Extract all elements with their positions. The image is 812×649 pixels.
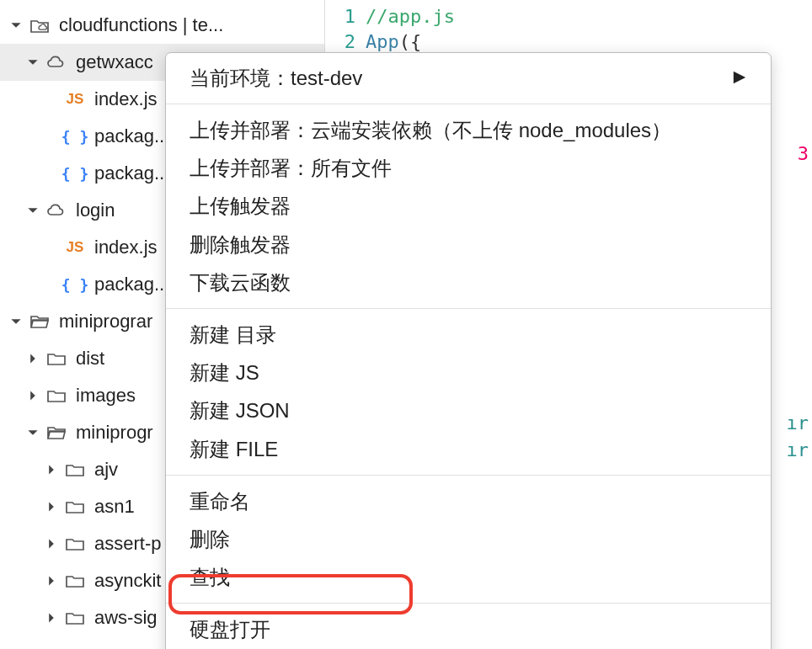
chevron-right-icon (44, 575, 59, 587)
menu-item-new-file[interactable]: 新建 FILE (166, 430, 771, 468)
json-file-icon: { } (62, 128, 88, 146)
folder-icon (62, 535, 88, 552)
folder-icon (44, 387, 69, 404)
code-line-2: 2 App({ (325, 29, 812, 54)
chevron-right-icon (44, 538, 59, 550)
menu-item-delete[interactable]: 删除 (166, 520, 771, 558)
tree-label: miniprograr (59, 311, 152, 332)
folder-icon (62, 498, 88, 515)
tree-label: asynckit (94, 570, 161, 592)
code-comment: //app.js (366, 6, 455, 27)
tree-label: login (76, 199, 115, 221)
cloud-folder-icon (27, 17, 52, 34)
tree-label: index.js (94, 88, 158, 110)
menu-item-delete-trigger[interactable]: 删除触发器 (166, 226, 771, 263)
menu-item-download-function[interactable]: 下载云函数 (166, 263, 771, 301)
menu-item-new-dir[interactable]: 新建 目录 (166, 316, 771, 354)
folder-icon (62, 461, 88, 478)
cloud-icon (44, 202, 69, 219)
folder-icon (62, 609, 88, 626)
tree-label: packag... (94, 162, 169, 184)
stray-char: ır (787, 439, 809, 460)
menu-item-new-json[interactable]: 新建 JSON (166, 391, 771, 429)
line-number: 2 (325, 31, 366, 52)
json-file-icon: { } (62, 165, 88, 183)
tree-label: aws-sig (94, 607, 158, 629)
menu-environment-header[interactable]: 当前环境：test-dev (166, 53, 771, 104)
menu-item-find[interactable]: 查找 (166, 558, 771, 596)
menu-item-upload-all[interactable]: 上传并部署：所有文件 (166, 149, 771, 187)
js-file-icon: JS (62, 239, 88, 256)
tree-label: dist (76, 348, 104, 370)
menu-section-edit: 重命名 删除 查找 (166, 476, 771, 604)
json-file-icon: { } (62, 276, 88, 294)
chevron-down-icon (8, 316, 24, 327)
js-file-icon: JS (62, 91, 88, 108)
context-menu: 当前环境：test-dev 上传并部署：云端安装依赖（不上传 node_modu… (165, 52, 772, 649)
chevron-right-icon (25, 353, 40, 364)
stray-char: ır (787, 412, 809, 434)
play-icon (732, 66, 747, 90)
menu-environment-label: 当前环境：test-dev (190, 65, 362, 92)
chevron-down-icon (25, 427, 40, 439)
tree-label: packag... (94, 125, 169, 147)
menu-item-open-disk[interactable]: 硬盘打开 (166, 610, 771, 648)
cloud-icon (44, 54, 69, 71)
menu-section-open: 硬盘打开 在终端中打开 更多设置 (166, 604, 771, 649)
code-text: App({ (366, 31, 421, 52)
menu-item-upload-trigger[interactable]: 上传触发器 (166, 187, 771, 225)
menu-item-upload-deps[interactable]: 上传并部署：云端安装依赖（不上传 node_modules） (166, 111, 771, 149)
tree-label: assert-p (94, 533, 161, 555)
chevron-down-icon (8, 19, 24, 31)
chevron-right-icon (44, 501, 59, 513)
menu-item-rename[interactable]: 重命名 (166, 482, 771, 520)
chevron-down-icon (25, 205, 40, 216)
stray-char: 3 (798, 143, 809, 164)
tree-label: images (76, 385, 136, 407)
chevron-down-icon (25, 56, 40, 68)
line-number: 1 (325, 6, 366, 27)
folder-icon (62, 572, 88, 589)
folder-icon (44, 350, 69, 367)
tree-label: cloudfunctions | te... (59, 14, 223, 36)
tree-label: asn1 (94, 496, 135, 518)
tree-label: packag... (94, 274, 169, 295)
menu-section-deploy: 上传并部署：云端安装依赖（不上传 node_modules） 上传并部署：所有文… (166, 104, 771, 309)
folder-open-icon (27, 313, 52, 330)
folder-open-icon (44, 424, 69, 441)
menu-item-new-js[interactable]: 新建 JS (166, 354, 771, 391)
tree-label: getwxacc (76, 51, 153, 73)
chevron-right-icon (44, 464, 59, 476)
chevron-right-icon (25, 390, 40, 402)
code-line-1: 1 //app.js (325, 3, 812, 29)
tree-label: miniprogr (76, 422, 153, 444)
tree-item-cloudfunctions[interactable]: cloudfunctions | te... (0, 7, 324, 44)
menu-section-new: 新建 目录 新建 JS 新建 JSON 新建 FILE (166, 309, 771, 476)
chevron-right-icon (44, 612, 59, 624)
tree-label: index.js (94, 237, 158, 258)
tree-label: ajv (94, 459, 118, 481)
